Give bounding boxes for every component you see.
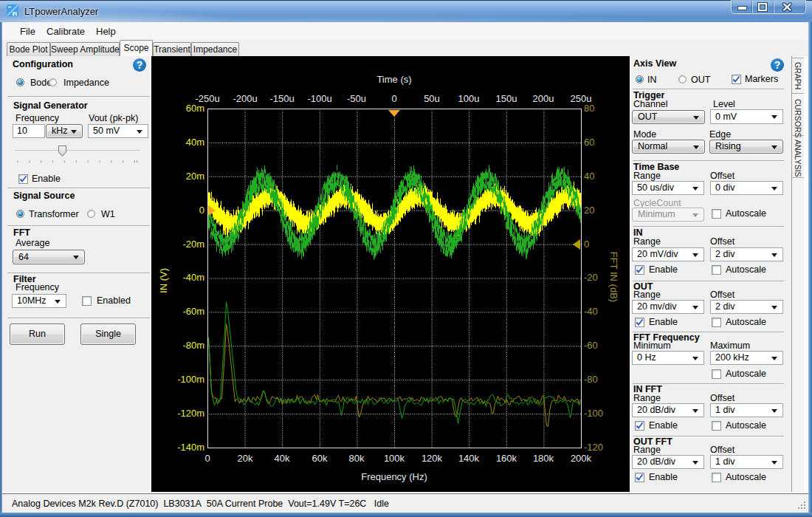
svg-text:60m: 60m bbox=[186, 103, 204, 114]
svg-text:120k: 120k bbox=[422, 453, 443, 464]
svg-text:-140m: -140m bbox=[177, 442, 204, 453]
svg-text:80k: 80k bbox=[349, 453, 365, 464]
svg-text:140k: 140k bbox=[458, 453, 480, 464]
svg-text:0: 0 bbox=[584, 239, 589, 250]
svg-text:160k: 160k bbox=[496, 453, 517, 464]
svg-text:-200u: -200u bbox=[233, 93, 257, 104]
svg-text:150u: 150u bbox=[496, 93, 517, 104]
svg-text:-100: -100 bbox=[584, 408, 603, 419]
svg-text:-20m: -20m bbox=[182, 239, 204, 250]
svg-text:0: 0 bbox=[204, 453, 210, 464]
svg-text:-20: -20 bbox=[584, 272, 598, 283]
svg-text:200u: 200u bbox=[533, 93, 554, 104]
svg-text:60: 60 bbox=[584, 137, 594, 148]
svg-text:20k: 20k bbox=[238, 453, 253, 464]
svg-text:Time (s): Time (s) bbox=[376, 74, 411, 85]
svg-text:Frequency (Hz): Frequency (Hz) bbox=[361, 471, 427, 482]
svg-text:IN (V): IN (V) bbox=[158, 268, 169, 293]
svg-text:50u: 50u bbox=[424, 93, 440, 104]
svg-text:0: 0 bbox=[199, 205, 204, 216]
svg-text:-40: -40 bbox=[584, 306, 598, 317]
svg-text:200k: 200k bbox=[571, 453, 592, 464]
svg-text:20m: 20m bbox=[186, 171, 204, 182]
svg-text:40m: 40m bbox=[186, 137, 204, 148]
svg-text:20: 20 bbox=[584, 205, 594, 216]
svg-text:FFT IN (dB): FFT IN (dB) bbox=[608, 252, 619, 302]
svg-text:-150u: -150u bbox=[269, 93, 294, 104]
svg-text:100u: 100u bbox=[458, 93, 480, 104]
svg-text:-50u: -50u bbox=[347, 93, 366, 104]
svg-text:-60: -60 bbox=[584, 340, 598, 351]
svg-text:0: 0 bbox=[391, 93, 396, 104]
svg-text:-80: -80 bbox=[584, 374, 598, 385]
svg-text:-60m: -60m bbox=[182, 306, 204, 317]
svg-text:-40m: -40m bbox=[182, 272, 204, 283]
svg-text:40: 40 bbox=[584, 171, 594, 182]
svg-text:-120: -120 bbox=[584, 442, 603, 453]
svg-text:-100m: -100m bbox=[177, 374, 204, 385]
svg-text:-80m: -80m bbox=[182, 340, 204, 351]
svg-text:80: 80 bbox=[584, 103, 594, 114]
svg-text:60k: 60k bbox=[312, 453, 328, 464]
svg-text:180k: 180k bbox=[533, 453, 554, 464]
svg-text:40k: 40k bbox=[275, 453, 290, 464]
svg-text:100k: 100k bbox=[384, 453, 405, 464]
svg-text:-120m: -120m bbox=[177, 408, 204, 419]
svg-text:-100u: -100u bbox=[307, 93, 331, 104]
